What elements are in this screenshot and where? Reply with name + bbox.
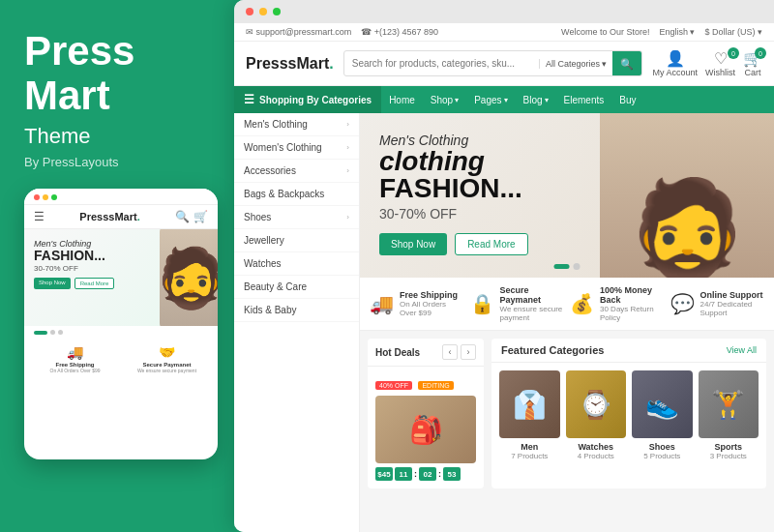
brand-title: Press Mart [24,29,134,118]
mobile-truck-icon: 🚚 [32,344,118,360]
top-info-left: ✉ support@pressmart.com ☎ +(123) 4567 89… [246,27,438,37]
cat-watches[interactable]: ⌚ Watches 4 Products [566,370,627,460]
view-all-btn[interactable]: View All [727,345,757,355]
cart-badge: 0 [755,47,766,59]
sidebar-arrow-2: › [346,166,349,175]
sidebar-item-beauty[interactable]: Beauty & Care [234,276,359,299]
sidebar-item-jewellery[interactable]: Jewellery [234,229,359,252]
cat-sports[interactable]: 🏋️ Sports 3 Products [699,370,759,460]
browser-dot-yellow [259,8,267,15]
mobile-chrome [24,189,218,205]
hero-clothing: clothing [379,148,528,175]
pages-chevron: ▾ [504,96,508,104]
nav-blog[interactable]: Blog▾ [516,88,556,112]
watches-cat-name: Watches [566,442,627,452]
sidebar-item-kids[interactable]: Kids & Baby [234,299,359,322]
feature-payment: 🔒 Secure Paymanet We ensure secure payme… [470,285,565,322]
nav-home[interactable]: Home [381,88,423,112]
feature-title-3: 100% Money Back [600,285,665,305]
sidebar-item-bags[interactable]: Bags & Backpacks [234,183,359,206]
site-header: PresssMart. All Categories ▾ 🔍 👤 My Acco… [234,42,774,86]
brand-subtitle: Theme [24,124,90,149]
men-cat-count: 7 Products [499,452,560,460]
indicator-active [34,331,47,335]
sidebar-item-shoes[interactable]: Shoes › [234,206,359,229]
cart-label: Cart [744,68,760,77]
search-button[interactable]: 🔍 [612,51,641,75]
top-info-bar: ✉ support@pressmart.com ☎ +(123) 4567 89… [234,23,774,42]
hot-deals-prev[interactable]: ‹ [442,344,458,360]
nav-shop[interactable]: Shop▾ [423,88,466,112]
shop-chevron: ▾ [455,96,459,104]
money-icon: 💰 [570,292,594,315]
my-account-btn[interactable]: 👤 My Account [652,49,698,77]
categories-btn[interactable]: ☰ Shopping By Categories [234,86,381,113]
mobile-dot-yellow [43,194,48,200]
cart-btn[interactable]: 🛒 0 Cart [743,49,762,77]
nav-elements[interactable]: Elements [556,88,612,112]
cat-shoes[interactable]: 👟 Shoes 5 Products [632,370,693,460]
language-selector[interactable]: English ▾ [659,27,695,37]
shoes-category-image: 👟 [632,370,693,438]
mobile-cart-icon: 🛒 [194,210,208,223]
wishlist-badge: 0 [728,47,739,59]
mobile-hero-off: 30-70% OFF [34,264,208,273]
feature-sub-1: On All Orders Over $99 [400,300,464,317]
shoes-cat-count: 5 Products [632,452,693,460]
truck-icon: 🚚 [370,292,394,315]
mobile-feature-sub-2: We ensure secure payment [124,368,210,373]
mobile-indicators [24,326,218,339]
hero-banner: Men's Clothing clothing FASHION... 30-70… [360,113,774,278]
mobile-shop-btn[interactable]: Shop Now [34,278,71,289]
nav-pages[interactable]: Pages▾ [466,88,515,112]
indicator-2 [58,330,63,335]
hero-buttons: Shop Now Read More [379,233,528,255]
deal-timer: $45 11 : 02 : 53 [375,467,476,481]
feature-sub-4: 24/7 Dedicated Support [700,300,765,317]
hamburger-icon: ☰ [244,93,254,106]
men-icon: 👔 [513,389,547,421]
hot-deals-next[interactable]: › [461,344,476,360]
watches-cat-count: 4 Products [566,452,627,460]
hot-deal-item: 40% OFF EDITING 🎒 $45 11 : 02 : 53 [368,367,484,488]
account-icon: 👤 [652,49,698,68]
timer-hours: 11 [395,467,412,481]
currency-selector[interactable]: $ Dollar (US) ▾ [704,27,762,37]
nav-buy[interactable]: Buy [611,88,643,112]
cat-men[interactable]: 👔 Men 7 Products [499,370,560,460]
hero-person-icon: 🧔 [627,181,748,278]
main-content: Men's Clothing clothing FASHION... 30-70… [360,113,774,532]
bottom-section: Hot Deals ‹ › 40% OFF EDITING 🎒 $45 11 [360,331,774,496]
timer-seconds: 53 [443,467,461,481]
mobile-feature-payment: 🤝 Secure Paymanet We ensure secure payme… [124,344,210,373]
browser-dot-green [273,8,281,15]
deal-image: 🎒 [375,396,476,463]
hero-person-image: 🧔 [600,113,774,278]
mobile-dot-red [34,194,40,200]
read-more-btn[interactable]: Read More [455,233,527,255]
mobile-read-btn[interactable]: Read More [74,278,115,289]
timer-price: $45 [375,467,393,481]
sidebar-item-accessories[interactable]: Accessories › [234,160,359,183]
watch-icon: ⌚ [579,389,612,421]
features-strip: 🚚 Free Shipping On All Orders Over $99 🔒… [360,278,774,331]
mobile-logo: PresssMart. [79,211,139,222]
timer-minutes: 02 [419,467,436,481]
sports-icon: 🏋️ [711,389,745,421]
sidebar-item-mens-clothing[interactable]: Men's Clothing › [234,113,359,136]
sidebar-arrow-4: › [346,213,349,222]
feature-sub-3: 30 Days Return Policy [600,305,665,322]
nav-items: Home Shop▾ Pages▾ Blog▾ Elements Buy [381,88,643,112]
hero-ind-1 [574,263,580,270]
welcome-text: Welcome to Our Store! [561,27,649,37]
feature-title-1: Free Shipping [400,290,464,300]
search-input[interactable] [352,58,539,69]
mobile-feature-sub-1: On All Orders Over $99 [32,368,118,373]
shop-now-btn[interactable]: Shop Now [379,233,447,255]
wishlist-btn[interactable]: ♡ 0 Wishlist [705,49,735,77]
browser-body: ✉ support@pressmart.com ☎ +(123) 4567 89… [234,23,774,113]
chat-icon: 💬 [670,292,695,315]
sidebar-item-watches[interactable]: Watches [234,252,359,276]
search-category[interactable]: All Categories ▾ [539,59,608,69]
sidebar-item-womens-clothing[interactable]: Women's Clothing › [234,136,359,160]
